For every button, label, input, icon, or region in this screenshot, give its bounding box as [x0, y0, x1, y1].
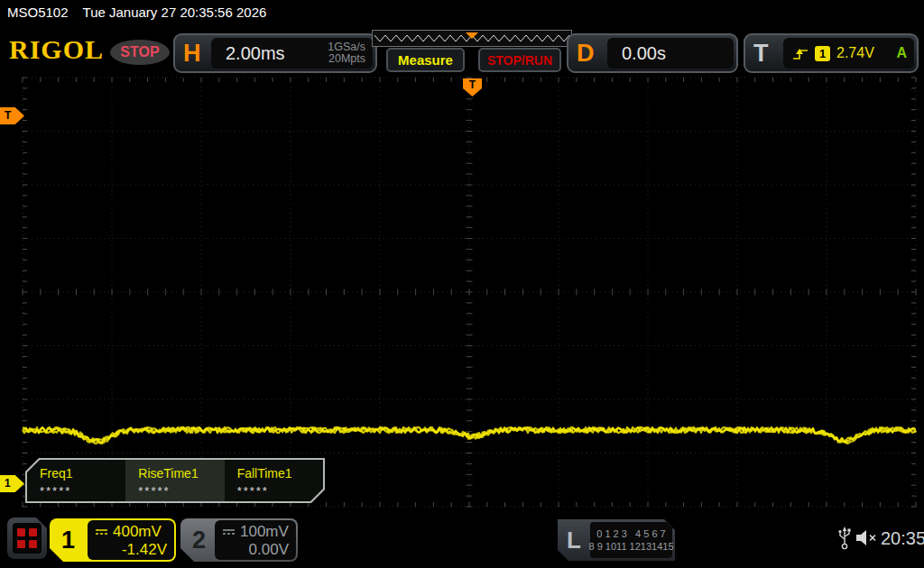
timebase-value: 2.00ms — [211, 43, 285, 64]
measure-value: ***** — [237, 484, 323, 498]
digital-channel-list: 0 1 2 3 4 5 6 7 8 9 1011 12131415 — [590, 522, 672, 558]
preview-zigzag-icon — [373, 31, 571, 46]
measure-item-falltime1[interactable]: FallTime1 ***** — [225, 460, 323, 501]
measurement-panel: Freq1 ***** RiseTime1 ***** FallTime1 **… — [25, 458, 325, 503]
trigger-position-marker[interactable]: T — [463, 78, 482, 96]
acquisition-rates: 1GSa/s 20Mpts — [328, 41, 373, 65]
acquisition-status-badge: STOP — [110, 40, 170, 65]
trigger-box: 1 2.74V A — [783, 38, 914, 69]
digital-channels-row2: 8 9 1011 12131415 — [589, 540, 674, 553]
main-menu-button[interactable] — [7, 518, 47, 559]
stop-run-button[interactable]: STOP/RUN — [478, 48, 561, 72]
horizontal-label: H — [183, 40, 201, 68]
measure-item-risetime1[interactable]: RiseTime1 ***** — [125, 460, 224, 501]
trigger-label: T — [753, 40, 769, 68]
delay-box: 0.00s — [607, 38, 734, 69]
digital-channels-row1: 0 1 2 3 4 5 6 7 — [596, 527, 665, 540]
rising-edge-trigger-icon — [792, 46, 808, 61]
trigger-level-marker[interactable]: T — [0, 107, 24, 124]
status-bar: MSO5102 Tue January 27 20:35:56 2026 — [7, 5, 266, 20]
memory-depth: 20Mpts — [328, 53, 365, 65]
channel2-scale: 100mV — [240, 523, 289, 541]
trigger-source-badge: 1 — [815, 46, 830, 61]
measure-value: ***** — [138, 484, 224, 498]
dc-coupling-icon — [222, 527, 236, 536]
sound-muted-icon[interactable] — [855, 528, 879, 547]
rigol-logo: RIGOL — [9, 34, 104, 65]
usb-icon — [837, 525, 852, 552]
channel1-scale: 400mV — [113, 523, 162, 541]
trigger-mode: A — [896, 45, 907, 61]
oscilloscope-screen: MSO5102 Tue January 27 20:35:56 2026 RIG… — [0, 0, 924, 568]
grid-menu-icon — [13, 523, 42, 554]
channel1-status-block[interactable]: 1 400mV -1.42V — [50, 518, 176, 562]
measure-button[interactable]: Measure — [386, 48, 465, 72]
measure-value: ***** — [40, 484, 125, 498]
delay-settings-button[interactable]: D 0.00s — [567, 33, 738, 73]
channel2-number: 2 — [192, 527, 206, 554]
channel2-offset: 0.00V — [222, 541, 289, 559]
timebase-box: 2.00ms 1GSa/s 20Mpts — [211, 38, 373, 69]
measure-name: RiseTime1 — [138, 466, 224, 481]
channel1-number: 1 — [61, 527, 75, 554]
channel1-offset: -1.42V — [95, 541, 167, 559]
waveform-preview-strip[interactable] — [372, 30, 572, 47]
measure-name: Freq1 — [40, 466, 125, 481]
measure-name: FallTime1 — [237, 466, 323, 481]
clock: 20:35 — [881, 528, 924, 549]
ch1-ground-marker[interactable]: 1 — [0, 475, 24, 492]
delay-label: D — [577, 40, 595, 68]
logic-analyzer-label: L — [567, 527, 581, 554]
trigger-level-value: 2.74V — [836, 45, 874, 61]
horizontal-settings-button[interactable]: H 2.00ms 1GSa/s 20Mpts — [173, 33, 377, 73]
dc-coupling-icon — [95, 527, 108, 536]
model-name: MSO5102 — [7, 5, 69, 20]
delay-value: 0.00s — [607, 43, 666, 64]
measure-item-freq1[interactable]: Freq1 ***** — [27, 460, 125, 501]
datetime: Tue January 27 20:35:56 2026 — [83, 5, 267, 20]
trigger-settings-button[interactable]: T 1 2.74V A — [744, 33, 919, 73]
channel2-status-block[interactable]: 2 100mV 0.00V — [180, 518, 298, 562]
logic-analyzer-block[interactable]: L 0 1 2 3 4 5 6 7 8 9 1011 12131415 — [558, 519, 675, 561]
